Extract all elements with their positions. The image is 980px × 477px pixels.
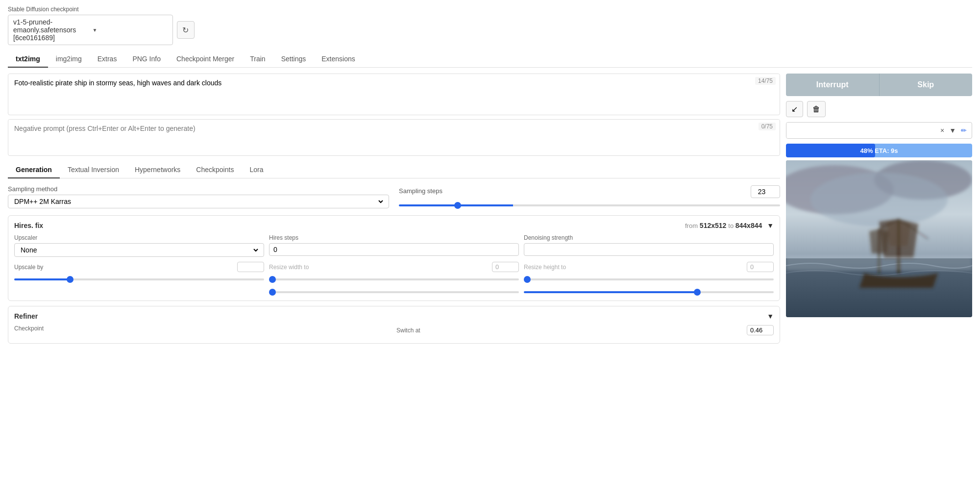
tab-settings[interactable]: Settings: [273, 51, 314, 68]
resize-height-input[interactable]: [747, 262, 774, 272]
negative-prompt-area: 0/75: [8, 119, 780, 156]
tab-checkpoint-merger[interactable]: Checkpoint Merger: [169, 51, 242, 68]
dropdown-button[interactable]: ▼: [947, 126, 958, 135]
hires-size-info: from 512x512 to 844x844 ▼: [685, 222, 774, 229]
neg-prompt-counter: 0/75: [759, 123, 776, 130]
image-preview: [786, 160, 972, 317]
tab-checkpoints[interactable]: Checkpoints: [188, 162, 242, 178]
refiner-toggle-icon[interactable]: ▼: [767, 312, 774, 320]
hires-from-label: from: [685, 222, 698, 229]
prompt-counter: 14/75: [755, 77, 776, 85]
switch-at-input[interactable]: [747, 325, 774, 335]
trash-icon: 🗑: [812, 105, 820, 114]
hires-toggle-icon[interactable]: ▼: [767, 222, 774, 229]
denoising-input[interactable]: [524, 243, 774, 256]
sampling-steps-slider[interactable]: [399, 204, 780, 206]
preview-image: [786, 160, 972, 317]
denoising-slider[interactable]: [524, 291, 774, 293]
upscaler-label: Upscaler: [14, 234, 264, 241]
upscaler-select[interactable]: None: [19, 246, 260, 254]
sampling-method-select[interactable]: DPM++ 2M Karras: [12, 197, 385, 206]
resize-width-input[interactable]: [492, 262, 519, 272]
tab-txt2img[interactable]: txt2img: [8, 51, 48, 68]
resize-width-label: Resize width to: [269, 264, 309, 271]
positive-prompt-area: 14/75: [8, 74, 780, 115]
positive-prompt-input[interactable]: [8, 74, 780, 113]
sampling-steps-label: Sampling steps: [399, 187, 442, 195]
clear-button[interactable]: ×: [938, 126, 946, 135]
tab-extensions[interactable]: Extensions: [314, 51, 363, 68]
tab-lora[interactable]: Lora: [242, 162, 271, 178]
main-tabs: txt2img img2img Extras PNG Info Checkpoi…: [8, 51, 972, 68]
sampling-method-label: Sampling method: [8, 185, 389, 193]
hires-from-size: 512x512: [700, 222, 727, 229]
tab-generation[interactable]: Generation: [8, 162, 60, 178]
tab-extras[interactable]: Extras: [90, 51, 125, 68]
section-tabs: Generation Textual Inversion Hypernetwor…: [8, 162, 780, 178]
switch-at-label: Switch at: [396, 327, 420, 334]
resize-height-slider[interactable]: [524, 278, 774, 280]
hires-steps-slider[interactable]: [269, 291, 519, 293]
svg-rect-9: [786, 256, 972, 271]
upscale-by-slider[interactable]: [14, 278, 264, 280]
edit-button[interactable]: ✏: [959, 126, 969, 135]
search-input[interactable]: [786, 123, 938, 138]
hires-steps-input[interactable]: [269, 243, 519, 256]
resize-height-label: Resize height to: [524, 264, 566, 271]
skip-button[interactable]: Skip: [879, 74, 973, 96]
refiner-title: Refiner: [14, 312, 38, 320]
checkpoint-arrow-icon: ▼: [92, 27, 167, 33]
trash-button[interactable]: 🗑: [807, 101, 826, 117]
tab-textual-inversion[interactable]: Textual Inversion: [60, 162, 127, 178]
tab-png-info[interactable]: PNG Info: [124, 51, 169, 68]
refiner-checkpoint-label: Checkpoint: [14, 325, 392, 332]
hires-to-label: to: [728, 222, 735, 229]
hires-to-size: 844x844: [735, 222, 762, 229]
checkpoint-select[interactable]: v1-5-pruned-emaonly.safetensors [6ce0161…: [8, 15, 173, 45]
progress-label: 48% ETA: 9s: [860, 147, 898, 154]
hires-title: Hires. fix: [14, 222, 43, 229]
hires-steps-label: Hires steps: [269, 234, 519, 241]
progress-bar-container: 48% ETA: 9s: [786, 144, 972, 157]
tab-img2img[interactable]: img2img: [48, 51, 90, 68]
resize-width-slider[interactable]: [269, 278, 519, 280]
tab-hypernetworks[interactable]: Hypernetworks: [127, 162, 188, 178]
checkpoint-value: v1-5-pruned-emaonly.safetensors [6ce0161…: [13, 18, 88, 42]
svg-point-3: [810, 173, 948, 226]
refresh-icon: ↻: [182, 25, 189, 35]
tab-train[interactable]: Train: [242, 51, 273, 68]
arrow-upleft-icon: ↙: [791, 104, 798, 114]
send-to-button[interactable]: ↙: [786, 101, 803, 117]
upscale-by-label: Upscale by: [14, 264, 43, 271]
interrupt-button[interactable]: Interrupt: [786, 74, 879, 96]
refresh-button[interactable]: ↻: [177, 21, 195, 39]
checkpoint-label: Stable Diffusion checkpoint: [8, 6, 972, 13]
upscale-by-input[interactable]: [237, 262, 264, 272]
denoising-label: Denoising strength: [524, 234, 774, 241]
search-row: × ▼ ✏: [786, 122, 972, 139]
sampling-steps-input[interactable]: [751, 185, 780, 198]
negative-prompt-input[interactable]: [8, 120, 780, 154]
